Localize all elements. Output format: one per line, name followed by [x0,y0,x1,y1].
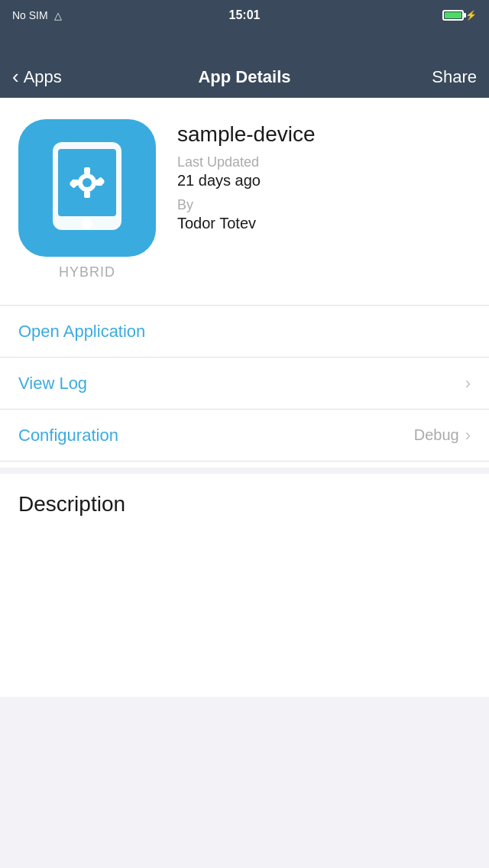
action-list: Open Application View Log › Configuratio… [0,305,489,462]
view-log-right: › [465,374,471,394]
status-time: 15:01 [229,8,261,22]
view-log-item[interactable]: View Log › [0,358,489,410]
nav-bar: ‹ Apps App Details Share [0,31,489,98]
app-name: sample-device [177,122,316,147]
carrier-label: No SIM [12,9,48,21]
configuration-chevron-icon: › [465,426,471,445]
svg-rect-4 [84,167,90,174]
app-icon-container: HYBRID [18,119,156,280]
svg-point-12 [82,219,92,229]
status-left: No SIM △︎ [12,9,62,21]
app-icon [18,119,156,257]
view-log-label: View Log [18,374,87,394]
device-gear-icon [45,138,129,238]
configuration-value: Debug [414,426,459,444]
description-title: Description [18,492,471,517]
battery-container: ⚡ [442,10,477,21]
last-updated-label: Last Updated [177,154,316,170]
wifi-icon: △︎ [54,10,62,21]
app-type-label: HYBRID [59,264,115,280]
open-application-label: Open Application [18,322,145,342]
app-header: HYBRID sample-device Last Updated 21 day… [0,98,489,299]
open-application-item[interactable]: Open Application [0,306,489,358]
nav-back-label: Apps [24,67,62,87]
nav-title: App Details [198,67,290,87]
back-chevron-icon: ‹ [12,66,19,86]
app-info: sample-device Last Updated 21 days ago B… [177,119,316,238]
configuration-right: Debug › [414,426,471,445]
share-button[interactable]: Share [432,67,477,87]
svg-point-3 [83,178,92,187]
battery-fill [445,12,461,18]
battery-icon [442,10,464,21]
author-value: Todor Totev [177,215,316,232]
nav-back-button[interactable]: ‹ Apps [12,67,62,87]
description-section: Description [0,468,489,697]
svg-rect-5 [84,191,90,198]
status-bar: No SIM △︎ 15:01 ⚡ [0,0,489,31]
status-right: ⚡ [442,10,477,21]
configuration-label: Configuration [18,426,118,445]
view-log-chevron-icon: › [465,374,471,394]
configuration-item[interactable]: Configuration Debug › [0,410,489,462]
last-updated-value: 21 days ago [177,172,316,189]
bolt-icon: ⚡ [465,10,477,21]
by-label: By [177,197,316,213]
